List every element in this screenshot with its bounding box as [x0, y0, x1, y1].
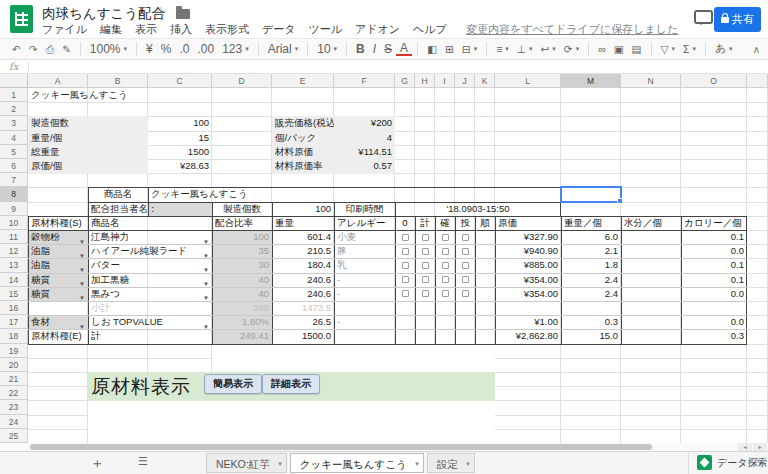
- star-icon[interactable]: ☆: [155, 4, 167, 19]
- share-button[interactable]: 共有: [714, 7, 761, 32]
- dropdown-caret-icon: ▾: [334, 45, 338, 53]
- text-rotation-icon[interactable]: ⟳▾: [560, 43, 583, 55]
- table-row-separator: [28, 329, 747, 330]
- comment-history-icon[interactable]: [694, 10, 713, 24]
- menu-表示形式[interactable]: 表示形式: [205, 22, 249, 37]
- italic-icon[interactable]: I: [369, 42, 380, 56]
- bold-icon[interactable]: B: [352, 42, 369, 56]
- sheet-tab-設定[interactable]: 設定▾: [427, 453, 475, 473]
- format-percent-icon[interactable]: %: [157, 42, 176, 56]
- menu-データ[interactable]: データ: [262, 22, 296, 37]
- table-border: [334, 216, 335, 344]
- menu-ファイル[interactable]: ファイル: [42, 22, 87, 37]
- toolbar-separator: [486, 42, 487, 56]
- menu-ヘルプ[interactable]: ヘルプ: [413, 22, 447, 37]
- borders-icon[interactable]: ⊞: [441, 43, 458, 55]
- toolbar-group: ∞▣▤: [594, 43, 645, 55]
- toolbar-group: Arial▾: [264, 42, 303, 56]
- saved-status-link[interactable]: 変更内容をすべてドライブに保存しました: [466, 23, 678, 35]
- table-border: [621, 216, 622, 344]
- decrease-decimals-icon[interactable]: .0: [175, 42, 193, 56]
- functions-icon[interactable]: Σ▾: [679, 43, 700, 55]
- horizontal-align-icon[interactable]: ≡▾: [492, 43, 513, 55]
- toolbar-group: BISA: [352, 42, 412, 56]
- number-format-select[interactable]: 123▾: [218, 42, 253, 56]
- menu-編集[interactable]: 編集: [100, 22, 122, 37]
- dropdown-caret-icon: ▾: [505, 45, 509, 53]
- fx-icon: fx: [9, 60, 18, 74]
- table-border: [88, 187, 561, 188]
- sheets-logo-icon[interactable]: [10, 5, 33, 33]
- sheet-tab-クッキー風ちんすこう[interactable]: クッキー風ちんすこう▾: [290, 453, 424, 473]
- toolbar-group: ◧⊞⊟▾: [423, 43, 481, 55]
- dropdown-caret-icon: ▾: [474, 45, 478, 53]
- table-border: [395, 216, 396, 344]
- insert-comment-icon[interactable]: ▣: [610, 43, 628, 55]
- all-sheets-menu-icon[interactable]: ☰: [138, 455, 147, 468]
- text-color-icon[interactable]: A: [396, 42, 412, 56]
- move-folder-icon[interactable]: [176, 9, 190, 19]
- toolbar-separator: [258, 42, 259, 56]
- undo-icon[interactable]: ↶: [8, 43, 25, 55]
- fill-handle[interactable]: [617, 198, 623, 204]
- lock-icon: [721, 17, 729, 23]
- format-currency-icon[interactable]: ¥: [142, 42, 157, 56]
- formula-bar[interactable]: fx: [0, 60, 768, 74]
- paint-format-icon[interactable]: ✎: [58, 43, 75, 55]
- insert-chart-icon[interactable]: ▤: [628, 43, 646, 55]
- toolbar-separator: [346, 42, 347, 56]
- document-title[interactable]: 肉球ちんすこう配合: [42, 5, 165, 23]
- redo-icon[interactable]: ↷: [25, 43, 42, 55]
- dropdown-caret-icon: ▾: [693, 45, 697, 53]
- fill-color-icon[interactable]: ◧: [423, 43, 441, 55]
- selection-box: [560, 186, 622, 202]
- toolbar-group: ≡▾⊥▾↩▾⟳▾: [492, 43, 583, 55]
- collapse-toolbar-icon[interactable]: ∧: [753, 44, 760, 55]
- table-row-separator: [28, 244, 747, 245]
- table-border: [561, 216, 562, 344]
- table-row-separator: [28, 287, 747, 288]
- scroll-right-arrow[interactable]: ▸: [753, 443, 767, 451]
- sheets-logo-grid: [15, 12, 28, 26]
- table-row-separator: [28, 315, 747, 316]
- add-sheet-icon[interactable]: ＋: [90, 455, 104, 473]
- menu-ツール[interactable]: ツール: [309, 22, 343, 37]
- table-border: [28, 216, 747, 217]
- menu-挿入[interactable]: 挿入: [170, 22, 192, 37]
- tab-menu-caret-icon[interactable]: ▾: [415, 454, 419, 474]
- vertical-align-icon[interactable]: ⊥▾: [513, 43, 537, 55]
- scroll-left-arrow[interactable]: ◂: [738, 443, 752, 451]
- font-select[interactable]: Arial▾: [264, 42, 303, 56]
- zoom-select[interactable]: 100%▾: [86, 42, 131, 56]
- toolbar-group: 100%▾: [86, 42, 131, 56]
- text-wrap-icon[interactable]: ↩▾: [537, 43, 560, 55]
- tab-menu-caret-icon[interactable]: ▾: [278, 454, 282, 474]
- print-icon[interactable]: ⎙: [42, 43, 58, 56]
- strikethrough-icon[interactable]: S: [380, 42, 396, 56]
- table-border: [415, 216, 416, 344]
- font-size-select[interactable]: 10▾: [313, 42, 341, 56]
- merge-cells-icon[interactable]: ⊟▾: [458, 43, 481, 55]
- menu-アドオン[interactable]: アドオン: [355, 22, 400, 37]
- table-border: [88, 187, 89, 215]
- filter-icon[interactable]: ▽▾: [657, 43, 680, 55]
- tab-menu-caret-icon[interactable]: ▾: [466, 454, 470, 474]
- table-border: [746, 216, 747, 344]
- dropdown-caret-icon: ▾: [672, 45, 676, 53]
- table-border: [88, 216, 89, 344]
- table-row-separator: [28, 301, 747, 302]
- table-border: [28, 344, 747, 345]
- increase-decimals-icon[interactable]: .00: [193, 42, 218, 56]
- input-tools-icon[interactable]: あ▾: [711, 42, 736, 56]
- table-border: [28, 216, 29, 344]
- explore-label: データ探索: [717, 452, 767, 474]
- dropdown-caret-icon: ▾: [245, 45, 249, 53]
- horizontal-scrollbar[interactable]: ◂ ▸: [0, 443, 768, 451]
- explore-button[interactable]: データ探索: [688, 452, 768, 474]
- table-border: [88, 202, 561, 203]
- table-borders-layer: [0, 74, 768, 443]
- sheet-tab-NEKO:紅芋[interactable]: NEKO:紅芋▾: [206, 453, 287, 473]
- insert-link-icon[interactable]: ∞: [594, 43, 610, 55]
- scrollbar-thumb[interactable]: [30, 444, 652, 450]
- menu-表示[interactable]: 表示: [135, 22, 157, 37]
